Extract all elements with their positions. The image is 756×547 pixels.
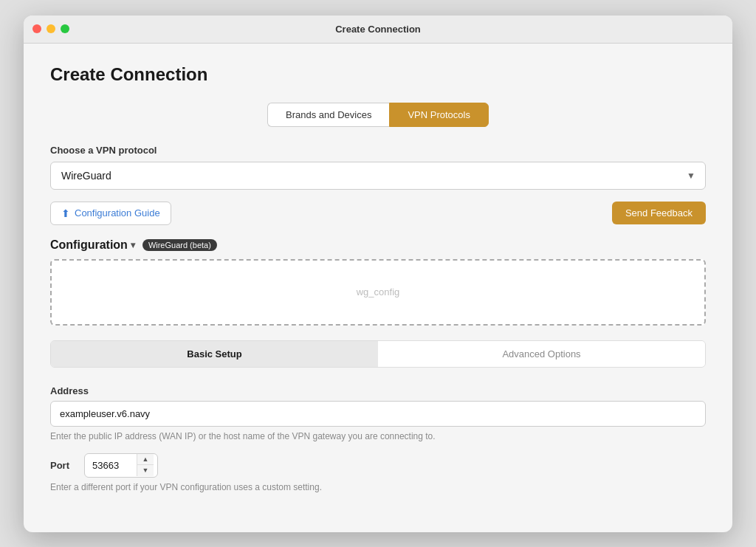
- port-field-section: Port ▲ ▼ Enter a different port if your …: [50, 453, 706, 492]
- port-input-wrapper: ▲ ▼: [84, 453, 158, 478]
- port-increment-button[interactable]: ▲: [137, 454, 154, 465]
- wg-config-area[interactable]: wg_config: [50, 259, 706, 326]
- app-window: Create Connection Create Connection Bran…: [24, 16, 732, 532]
- port-decrement-button[interactable]: ▼: [137, 465, 154, 476]
- port-hint: Enter a different port if your VPN confi…: [50, 482, 706, 492]
- configuration-header: Configuration ▾ WireGuard (beta): [50, 238, 706, 252]
- beta-badge: WireGuard (beta): [142, 239, 217, 251]
- port-label: Port: [50, 460, 77, 471]
- vpn-protocol-select[interactable]: WireGuard OpenVPN IKEv2 L2TP: [50, 162, 706, 190]
- address-label: Address: [50, 385, 706, 396]
- address-field-section: Address Enter the public IP address (WAN…: [50, 385, 706, 441]
- upload-icon: ⬆: [61, 207, 70, 219]
- maximize-button[interactable]: [61, 24, 69, 33]
- tab-advanced-options[interactable]: Advanced Options: [378, 341, 705, 367]
- wg-config-placeholder: wg_config: [357, 286, 400, 297]
- window-title: Create Connection: [335, 24, 421, 35]
- chevron-down-icon: ▾: [131, 240, 135, 250]
- tab-basic-setup[interactable]: Basic Setup: [51, 341, 378, 367]
- config-guide-button[interactable]: ⬆ Configuration Guide: [50, 202, 171, 225]
- toolbar-row: ⬆ Configuration Guide Send Feedback: [50, 202, 706, 225]
- minimize-button[interactable]: [47, 24, 55, 33]
- setup-tabs: Basic Setup Advanced Options: [50, 340, 706, 368]
- address-hint: Enter the public IP address (WAN IP) or …: [50, 431, 706, 441]
- configuration-title: Configuration ▾: [50, 238, 135, 252]
- tab-brands-devices[interactable]: Brands and Devices: [267, 103, 389, 127]
- main-content: Create Connection Brands and Devices VPN…: [24, 44, 732, 532]
- port-spinners: ▲ ▼: [137, 454, 154, 476]
- traffic-lights: [32, 24, 69, 33]
- titlebar: Create Connection: [24, 16, 732, 44]
- config-guide-label: Configuration Guide: [75, 207, 160, 219]
- port-row: Port ▲ ▼: [50, 453, 706, 478]
- port-input[interactable]: [85, 454, 137, 477]
- configuration-title-text: Configuration: [50, 238, 128, 252]
- tab-vpn-protocols[interactable]: VPN Protocols: [389, 103, 489, 127]
- vpn-select-wrapper: WireGuard OpenVPN IKEv2 L2TP ▼: [50, 162, 706, 190]
- main-tab-group: Brands and Devices VPN Protocols: [50, 103, 706, 127]
- send-feedback-button[interactable]: Send Feedback: [612, 202, 706, 224]
- close-button[interactable]: [32, 24, 41, 33]
- vpn-protocol-label: Choose a VPN protocol: [50, 145, 706, 156]
- address-input[interactable]: [50, 401, 706, 427]
- vpn-protocol-section: Choose a VPN protocol WireGuard OpenVPN …: [50, 145, 706, 190]
- page-title: Create Connection: [50, 64, 706, 85]
